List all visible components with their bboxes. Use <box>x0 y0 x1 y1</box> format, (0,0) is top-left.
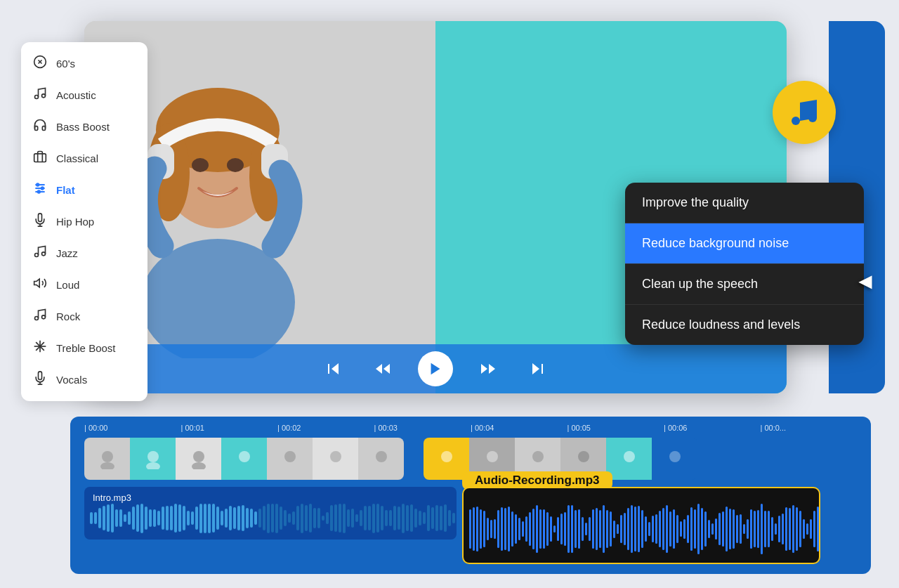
recording-clip-wrapper: Audio-Recording.mp3 <box>462 487 820 564</box>
svg-point-9 <box>38 190 40 192</box>
video-controls-bar <box>84 344 787 393</box>
audio-enhancement-menu: Improve the quality Reduce background no… <box>625 183 864 345</box>
svg-point-2 <box>42 94 46 98</box>
svg-marker-34 <box>376 364 382 374</box>
flat-icon <box>32 181 48 199</box>
svg-point-42 <box>808 114 817 122</box>
time-mark-3: | 00:03 <box>374 424 471 432</box>
svg-point-56 <box>578 451 589 462</box>
thumb-1 <box>84 438 130 480</box>
preset-label-jazz: Jazz <box>56 247 78 259</box>
preset-label-bass-boost: Bass Boost <box>56 121 110 133</box>
svg-point-47 <box>193 451 204 462</box>
preset-item-vocals[interactable]: Vocals <box>21 364 147 396</box>
preset-item-classical[interactable]: Classical <box>21 143 147 174</box>
treble-boost-icon <box>32 339 48 357</box>
preset-item-rock[interactable]: Rock <box>21 301 147 332</box>
time-mark-6: | 00:06 <box>664 424 761 432</box>
time-mark-1: | 00:01 <box>181 424 278 432</box>
svg-point-50 <box>284 451 296 462</box>
svg-marker-39 <box>532 363 539 374</box>
fast-forward-button[interactable] <box>474 355 502 383</box>
svg-point-15 <box>35 317 39 320</box>
svg-point-43 <box>102 451 113 462</box>
intro-clip-label: Intro.mp3 <box>93 492 131 503</box>
time-mark-5: | 00:05 <box>567 424 664 432</box>
thumb-7 <box>358 438 404 480</box>
preset-item-acoustic[interactable]: Acoustic <box>21 79 147 111</box>
svg-point-8 <box>41 187 44 189</box>
preset-label-classical: Classical <box>56 152 98 164</box>
preset-item-hip-hop[interactable]: Hip Hop <box>21 206 147 237</box>
audio-track-row: Intro.mp3 // Generate waveform bars inli… <box>70 487 871 564</box>
jazz-icon <box>32 244 48 262</box>
rewind-button[interactable] <box>369 355 397 383</box>
vocals-icon <box>32 371 48 388</box>
intro-audio-clip[interactable]: Intro.mp3 // Generate waveform bars inli… <box>84 487 457 540</box>
preset-label-acoustic: Acoustic <box>56 89 96 101</box>
cursor-arrow-indicator: ► <box>854 268 877 294</box>
play-button[interactable] <box>418 351 453 386</box>
timeline: | 00:00 | 00:01 | 00:02 | 00:03 | 00:04 … <box>70 417 871 574</box>
preset-label-flat: Flat <box>56 184 75 196</box>
preset-label-60s: 60's <box>56 58 75 70</box>
svg-point-48 <box>192 462 206 469</box>
svg-point-30 <box>192 158 209 172</box>
clean-speech-label: Clean up the speech <box>642 277 758 291</box>
hip-hop-icon <box>32 213 48 230</box>
recording-waveform <box>464 501 819 557</box>
preset-list: 60's Acoustic Bass Boost Classical Flat … <box>21 42 147 401</box>
preset-label-loud: Loud <box>56 279 79 291</box>
preset-item-jazz[interactable]: Jazz <box>21 237 147 269</box>
preset-item-bass-boost[interactable]: Bass Boost <box>21 111 147 143</box>
music-badge <box>773 81 836 144</box>
preset-label-treble-boost: Treble Boost <box>56 342 116 354</box>
preset-item-loud[interactable]: Loud <box>21 269 147 301</box>
svg-point-54 <box>487 451 498 462</box>
time-mark-7: | 00:0... <box>761 424 858 432</box>
thumb-4 <box>221 438 267 480</box>
svg-marker-32 <box>332 363 339 374</box>
svg-marker-38 <box>481 364 487 374</box>
svg-point-52 <box>376 451 387 462</box>
improve-quality-label: Improve the quality <box>642 195 749 209</box>
intro-waveform: // Generate waveform bars inline <box>84 502 457 534</box>
svg-point-57 <box>624 451 635 462</box>
thumb-r6 <box>652 438 697 480</box>
svg-point-1 <box>35 96 39 99</box>
skip-forward-button[interactable] <box>523 355 551 383</box>
svg-point-13 <box>42 252 46 256</box>
clean-speech-option[interactable]: Clean up the speech <box>625 264 864 305</box>
svg-point-31 <box>227 158 244 172</box>
acoustic-icon <box>32 86 48 104</box>
preset-item-treble-boost[interactable]: Treble Boost <box>21 332 147 364</box>
recording-audio-clip[interactable] <box>462 487 820 564</box>
time-mark-2: | 00:02 <box>277 424 374 432</box>
thumb-5 <box>267 438 313 480</box>
svg-rect-3 <box>34 154 46 162</box>
svg-marker-36 <box>431 363 440 375</box>
thumb-r5 <box>606 438 652 480</box>
svg-marker-37 <box>489 364 495 374</box>
svg-point-51 <box>330 451 341 462</box>
svg-point-53 <box>441 451 452 462</box>
reduce-noise-option[interactable]: Reduce background noise <box>625 223 864 264</box>
reduce-loudness-label: Reduce loudness and levels <box>642 318 800 332</box>
reduce-noise-label: Reduce background noise <box>642 236 789 250</box>
time-mark-4: | 00:04 <box>471 424 567 432</box>
svg-point-55 <box>532 451 544 462</box>
thumb-6 <box>313 438 358 480</box>
preset-item-60s[interactable]: 60's <box>21 48 147 79</box>
improve-quality-option[interactable]: Improve the quality <box>625 183 864 223</box>
svg-marker-35 <box>383 364 390 374</box>
svg-point-44 <box>100 462 114 469</box>
skip-back-button[interactable] <box>320 355 348 383</box>
svg-point-12 <box>35 254 39 257</box>
rock-icon <box>32 308 48 325</box>
preset-item-flat[interactable]: Flat <box>21 174 147 206</box>
reduce-loudness-option[interactable]: Reduce loudness and levels <box>625 305 864 345</box>
svg-point-45 <box>147 451 159 462</box>
svg-point-46 <box>146 462 160 469</box>
preset-label-rock: Rock <box>56 311 80 322</box>
classical-icon <box>32 150 48 167</box>
